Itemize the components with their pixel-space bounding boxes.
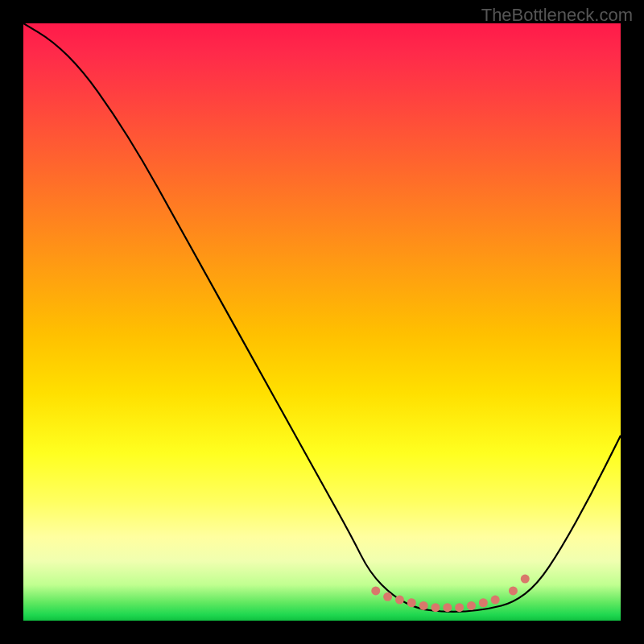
optimal-dot [383,592,392,601]
optimal-dot [455,603,464,612]
optimal-dot [371,586,380,595]
optimal-dot [431,603,440,612]
attribution-text: TheBottleneck.com [481,5,633,26]
bottleneck-curve [23,23,621,612]
optimal-dot [479,598,488,607]
optimal-dot [521,575,530,584]
optimal-dot [419,601,428,610]
optimal-dot [491,596,500,605]
optimal-dot [467,601,476,610]
chart-svg [23,23,621,621]
optimal-dot [509,586,518,595]
plot-area [23,23,621,621]
optimal-dot [395,596,404,605]
optimal-dot [407,598,416,607]
optimal-dot [443,603,452,612]
optimal-zone-dots [371,575,530,613]
